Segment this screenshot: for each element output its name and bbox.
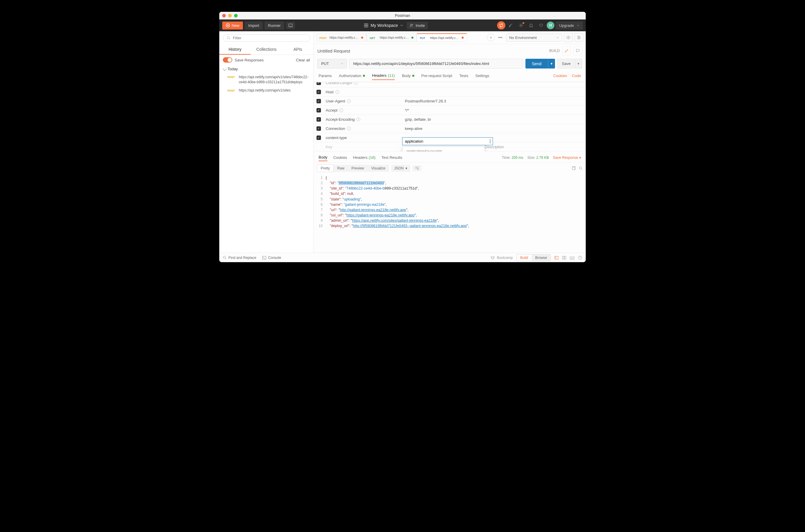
header-row[interactable]: ✓Hosti	[314, 88, 586, 97]
mode-switch[interactable]: Build Browse	[516, 254, 551, 261]
method-selector[interactable]: PUT	[317, 59, 347, 69]
info-icon: i	[347, 99, 351, 103]
cookies-link[interactable]: Cookies	[553, 74, 567, 78]
header-row[interactable]: ✓Connectionikeep-alive	[314, 124, 586, 133]
request-tab[interactable]: PUT https://api.netlify.com...	[417, 33, 467, 42]
view-pretty[interactable]: Pretty	[317, 165, 334, 172]
checkbox[interactable]: ✓	[316, 135, 321, 140]
tab-body[interactable]: Body	[402, 72, 414, 80]
wrap-toggle[interactable]	[413, 165, 421, 171]
env-settings-button[interactable]	[574, 33, 583, 42]
window-icon	[289, 24, 293, 27]
headers-table: ✓Content-Lengthi✓Hosti✓User-AgentiPostma…	[314, 82, 586, 151]
tab-settings[interactable]: Settings	[475, 72, 489, 80]
save-responses-toggle[interactable]	[223, 57, 232, 62]
app-window: Postman New Import Runner My Workspace I…	[219, 12, 586, 262]
header-row[interactable]: ✓User-AgentiPostmanRuntime/7.26.3	[314, 97, 586, 106]
response-tab-cookies[interactable]: Cookies	[333, 154, 347, 161]
save-options-button[interactable]: ▾	[575, 59, 582, 69]
keyboard-icon	[570, 256, 574, 260]
tab-prerequest[interactable]: Pre-request Script	[421, 72, 453, 80]
comment-button[interactable]	[573, 46, 582, 55]
view-raw[interactable]: Raw	[334, 165, 348, 172]
tab-apis[interactable]: APIs	[282, 44, 314, 55]
sliders-icon	[577, 35, 581, 40]
format-selector[interactable]: JSON ▾	[391, 165, 410, 172]
request-tab[interactable]: GET https://api.netlify.co...	[366, 33, 417, 42]
capture-button[interactable]	[507, 21, 515, 30]
response-tab-body[interactable]: Body	[318, 154, 327, 161]
runner-button[interactable]: Runner	[264, 22, 284, 30]
request-tab[interactable]: POST https://api.netlify.co...	[316, 33, 366, 42]
response-body[interactable]: 12345678910 { "id": "5f5908619fbfdd7121f…	[314, 174, 586, 253]
environment-selector[interactable]: No Environment	[506, 34, 562, 42]
history-item[interactable]: POST https://api.netlify.com/api/v1/site…	[219, 87, 314, 94]
header-row[interactable]: ✓Accepti*/*	[314, 106, 586, 115]
header-row[interactable]: ✓Content-Lengthi	[314, 82, 586, 88]
build-mode[interactable]: Build	[516, 254, 532, 261]
tab-tests[interactable]: Tests	[459, 72, 468, 80]
header-row[interactable]: ✓Accept-Encodingigzip, deflate, br	[314, 115, 586, 124]
autocomplete-dropdown: application/javascriptapplication/octet-…	[402, 147, 485, 151]
build-label[interactable]: BUILD	[549, 49, 560, 53]
tab-options-button[interactable]: •••	[496, 34, 504, 41]
keyboard-button[interactable]	[570, 256, 574, 260]
save-response-button[interactable]: Save Response ▾	[553, 156, 581, 160]
bootcamp-button[interactable]: Bootcamp	[490, 256, 513, 260]
edit-button[interactable]	[562, 46, 571, 55]
user-avatar[interactable]: H	[547, 22, 554, 29]
code-link[interactable]: Code	[572, 74, 581, 78]
env-preview-button[interactable]	[564, 33, 573, 42]
sync-button[interactable]	[497, 21, 505, 30]
autocomplete-item[interactable]: application/javascript	[403, 147, 484, 151]
copy-button[interactable]	[571, 166, 576, 170]
history-today-header[interactable]: Today	[219, 65, 314, 73]
settings-button[interactable]	[516, 21, 526, 30]
tab-collections[interactable]: Collections	[251, 44, 282, 55]
tab-headers[interactable]: Headers (11)	[372, 72, 395, 80]
request-title[interactable]: Untitled Request	[317, 49, 350, 53]
window-mode-button[interactable]	[286, 22, 295, 29]
browse-mode[interactable]: Browse	[532, 254, 551, 261]
find-replace-button[interactable]: Find and Replace	[223, 256, 256, 260]
send-options-button[interactable]: ▾	[548, 59, 555, 69]
filter-input[interactable]	[233, 36, 306, 40]
favorite-button[interactable]	[537, 21, 546, 30]
upgrade-button[interactable]: Upgrade	[555, 22, 583, 30]
checkbox[interactable]: ✓	[316, 117, 321, 121]
checkbox[interactable]: ✓	[316, 126, 321, 131]
help-button[interactable]	[578, 256, 582, 260]
view-visualize[interactable]: Visualize	[368, 165, 389, 172]
header-value-input[interactable]: application	[402, 137, 493, 145]
console-button[interactable]: Console	[262, 256, 281, 260]
notifications-button[interactable]	[527, 21, 535, 30]
search-response-button[interactable]	[579, 166, 583, 170]
history-item[interactable]: POST https://api.netlify.com/api/v1/site…	[219, 73, 314, 87]
checkbox[interactable]: ✓	[316, 90, 321, 94]
url-input[interactable]	[349, 59, 523, 69]
send-button[interactable]: Send	[526, 59, 548, 69]
import-button[interactable]: Import	[245, 22, 263, 30]
workspace-selector[interactable]: My Workspace	[364, 23, 403, 28]
two-pane-button[interactable]	[554, 256, 559, 260]
new-button[interactable]: New	[222, 22, 243, 30]
tab-params[interactable]: Params	[318, 72, 332, 80]
checkbox[interactable]: ✓	[316, 82, 321, 85]
filter-input-wrap[interactable]	[223, 34, 310, 42]
clear-all-link[interactable]: Clear all	[296, 58, 310, 62]
checkbox[interactable]: ✓	[316, 99, 321, 103]
response-tab-tests[interactable]: Test Results	[382, 154, 403, 161]
response-tab-headers[interactable]: Headers (18)	[353, 154, 376, 161]
view-preview[interactable]: Preview	[348, 165, 368, 172]
split-pane-button[interactable]	[562, 256, 566, 260]
tab-history[interactable]: History	[219, 44, 251, 55]
svg-rect-20	[564, 256, 566, 259]
window-title: Postman	[219, 13, 586, 18]
save-button[interactable]: Save	[557, 59, 575, 69]
checkbox[interactable]: ✓	[316, 108, 321, 113]
wrap-icon	[415, 167, 419, 170]
tab-authorization[interactable]: Authorization	[339, 72, 365, 80]
new-tab-button[interactable]: +	[487, 34, 495, 41]
invite-button[interactable]: Invite	[407, 22, 427, 29]
svg-rect-3	[366, 24, 368, 25]
